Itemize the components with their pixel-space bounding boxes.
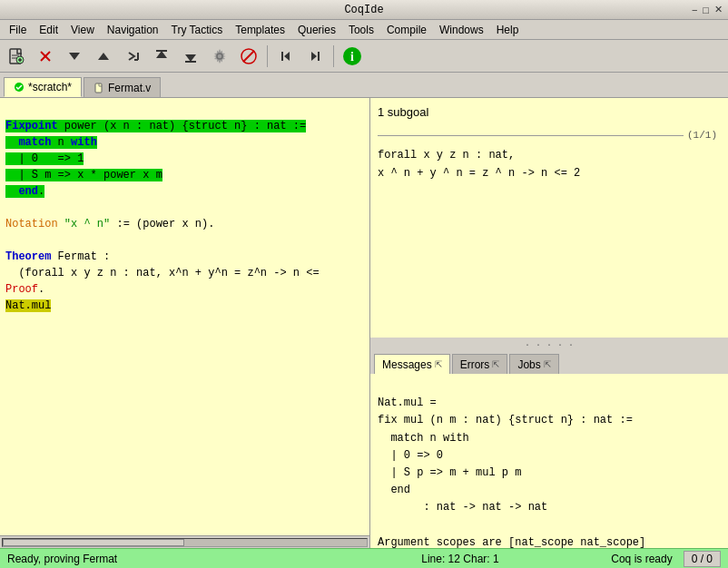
horizontal-scrollbar-thumb[interactable] [3, 539, 184, 546]
check-icon [14, 82, 25, 93]
forward-step-button[interactable] [120, 44, 145, 69]
to-bottom-button[interactable] [178, 44, 203, 69]
menu-windows[interactable]: Windows [434, 22, 489, 38]
toolbar-separator [267, 45, 268, 67]
svg-marker-19 [284, 52, 290, 61]
editor-scrollbar[interactable] [0, 535, 369, 548]
stop-button[interactable] [236, 44, 261, 69]
menu-view[interactable]: View [65, 22, 100, 38]
status-coq-text: Coq is ready [611, 553, 672, 565]
main-content: Fixpoint power (x n : nat) {struct n} : … [0, 98, 728, 548]
settings-button[interactable] [207, 44, 232, 69]
editor-pane: Fixpoint power (x n : nat) {struct n} : … [0, 98, 370, 548]
errors-tab-icon: ⇱ [492, 359, 499, 369]
tab-errors[interactable]: Errors ⇱ [452, 354, 508, 374]
goal-text: forall x y z n : nat, x ^ n + y ^ n = z … [378, 147, 721, 181]
tab-fermat[interactable]: Fermat.v [84, 77, 161, 97]
tab-bar: *scratch* Fermat.v [0, 73, 728, 98]
tab-messages[interactable]: Messages ⇱ [374, 354, 450, 374]
subgoal-count: 1 subgoal [378, 103, 721, 122]
message-area: Messages ⇱ Errors ⇱ Jobs ⇱ Nat.mul = fix… [370, 348, 728, 548]
back-button[interactable] [273, 44, 299, 69]
goal-divider[interactable]: · · · · · [370, 341, 728, 348]
goal-sep-line-left [378, 135, 684, 136]
goal-sep-label: (1/1) [684, 128, 721, 144]
status-bar: Ready, proving Fermat Line: 12 Char: 1 C… [0, 548, 728, 568]
svg-marker-8 [69, 53, 80, 60]
errors-tab-label: Errors [460, 358, 490, 371]
step-up-button[interactable] [91, 44, 116, 69]
step-down-button[interactable] [62, 44, 87, 69]
message-tab-bar: Messages ⇱ Errors ⇱ Jobs ⇱ [370, 348, 728, 374]
maximize-button[interactable]: □ [703, 5, 709, 15]
svg-text:i: i [350, 50, 354, 64]
message-content: Nat.mul = fix mul (n m : nat) {struct n}… [370, 374, 728, 548]
menu-templates[interactable]: Templates [230, 22, 290, 38]
svg-line-18 [243, 51, 254, 62]
menu-file[interactable]: File [4, 22, 32, 38]
info-button[interactable]: i [339, 44, 365, 69]
menu-help[interactable]: Help [491, 22, 525, 38]
right-pane: 1 subgoal (1/1) forall x y z n : nat, x … [370, 98, 728, 548]
status-counter: 0 / 0 [684, 551, 721, 567]
menu-tools[interactable]: Tools [343, 22, 379, 38]
messages-tab-label: Messages [382, 358, 432, 371]
horizontal-scrollbar-track[interactable] [2, 538, 368, 547]
jobs-tab-label: Jobs [517, 358, 540, 371]
svg-marker-12 [156, 51, 167, 58]
messages-tab-icon: ⇱ [435, 359, 442, 369]
jobs-tab-icon: ⇱ [544, 359, 551, 369]
toolbar-separator-2 [333, 45, 334, 67]
forward-button[interactable] [302, 44, 328, 69]
menu-compile[interactable]: Compile [381, 22, 432, 38]
svg-marker-9 [98, 53, 109, 60]
tab-scratch[interactable]: *scratch* [4, 77, 82, 97]
menu-edit[interactable]: Edit [34, 22, 64, 38]
close-file-button[interactable] [33, 44, 58, 69]
tab-fermat-label: Fermat.v [108, 82, 151, 94]
minimize-button[interactable]: − [692, 5, 697, 15]
title-bar: CoqIde − □ ✕ [0, 0, 728, 20]
menu-try-tactics[interactable]: Try Tactics [166, 22, 229, 38]
goal-separator: (1/1) [378, 128, 721, 144]
new-file-button[interactable] [4, 44, 29, 69]
close-button[interactable]: ✕ [714, 4, 723, 15]
to-top-button[interactable] [149, 44, 174, 69]
menu-queries[interactable]: Queries [292, 22, 341, 38]
svg-marker-14 [185, 54, 196, 62]
status-position-text: Line: 12 Char: 1 [310, 553, 612, 565]
window-controls: − □ ✕ [692, 4, 723, 15]
editor-content[interactable]: Fixpoint power (x n : nat) {struct n} : … [0, 98, 369, 535]
menu-bar: File Edit View Navigation Try Tactics Te… [0, 20, 728, 40]
doc-icon [93, 83, 104, 93]
toolbar: i [0, 40, 728, 73]
tab-scratch-label: *scratch* [28, 81, 72, 93]
status-ready-text: Ready, proving Fermat [7, 553, 310, 565]
goal-pane: 1 subgoal (1/1) forall x y z n : nat, x … [370, 98, 728, 341]
window-title: CoqIde [344, 4, 383, 16]
svg-marker-21 [311, 52, 317, 61]
tab-jobs[interactable]: Jobs ⇱ [509, 354, 558, 374]
menu-navigation[interactable]: Navigation [102, 22, 164, 38]
svg-rect-26 [95, 83, 102, 93]
